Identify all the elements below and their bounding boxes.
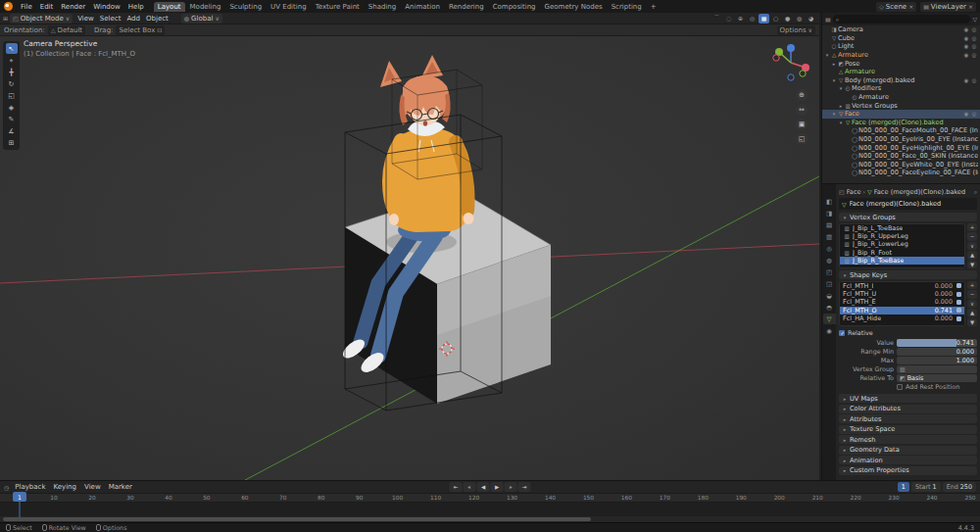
- outliner-row[interactable]: ▾▽Face◉◎: [822, 110, 980, 119]
- timeline-menu-marker[interactable]: Marker: [105, 482, 136, 492]
- outliner-row[interactable]: ▽Cube◉◎: [822, 34, 980, 43]
- menu-render[interactable]: Render: [57, 2, 89, 12]
- outliner-row[interactable]: ◯N00_000_00_EyeWhite_00_EYE (Instance): [822, 161, 980, 169]
- menu-window[interactable]: Window: [89, 2, 124, 12]
- value-slider[interactable]: 0.741: [897, 339, 977, 347]
- outliner-row[interactable]: △Armature: [822, 68, 980, 76]
- vertex-group-move-up-button[interactable]: ▲: [967, 251, 977, 260]
- section-remesh[interactable]: ▸Remesh: [839, 435, 977, 444]
- gizmo-y-neg[interactable]: [800, 71, 806, 76]
- relative-to-field[interactable]: ◩ Basis: [897, 374, 977, 382]
- search-icon[interactable]: ⌕: [974, 188, 977, 196]
- filter-icon[interactable]: ▽: [972, 16, 977, 23]
- outliner-row[interactable]: ◯N00_000_00_EyeHighlight_00_EYE (Instanc…: [822, 143, 980, 152]
- tool-cursor-icon[interactable]: ⌖: [6, 55, 18, 66]
- hide-viewport-eye-icon[interactable]: ◉: [962, 111, 970, 117]
- section-attributes[interactable]: ▸Attributes: [839, 414, 977, 423]
- properties-tab-data[interactable]: ▽: [823, 314, 836, 324]
- shape-key-move-up-button[interactable]: ▲: [967, 309, 977, 317]
- properties-tab-object[interactable]: ◰: [823, 266, 836, 277]
- viewport-menu-view[interactable]: View: [74, 14, 97, 24]
- range-min-field[interactable]: 0.000: [897, 348, 977, 356]
- section-custom-properties[interactable]: ▸Custom Properties: [839, 466, 977, 475]
- section-animation[interactable]: ▸Animation: [839, 456, 977, 464]
- tool-transform-icon[interactable]: ◈: [6, 102, 18, 113]
- pan-icon[interactable]: ⇔: [796, 104, 808, 116]
- breadcrumb-data[interactable]: Face (merged)(Clone).baked: [874, 188, 966, 196]
- workspace-tab-scripting[interactable]: Scripting: [608, 2, 646, 12]
- shape-key-row[interactable]: Fcl_MTH_I0.000: [840, 282, 964, 290]
- vertex-group-row[interactable]: ▥J_Bip_R_ToeBase: [840, 257, 964, 265]
- outliner-row[interactable]: ◯N00_000_00_FaceMouth_00_FACE (Instance): [822, 126, 980, 135]
- gizmo-z-axis[interactable]: [787, 44, 795, 52]
- outliner-row[interactable]: ▸◩Pose: [822, 59, 980, 68]
- vertex-group-row[interactable]: ▥J_Bip_R_UpperLeg: [840, 232, 964, 240]
- shape-key-checkbox[interactable]: [956, 300, 961, 305]
- play-button[interactable]: ▶: [491, 482, 504, 492]
- section-geometry-data[interactable]: ▸Geometry Data: [839, 446, 977, 455]
- gizmos-icon[interactable]: ⊕: [735, 14, 746, 24]
- workspace-tab-compositing[interactable]: Compositing: [489, 2, 540, 12]
- playhead[interactable]: 1: [13, 492, 26, 502]
- shape-key-row[interactable]: Fcl_MTH_U0.000: [840, 290, 964, 298]
- gizmo-x-neg[interactable]: [773, 55, 779, 61]
- workspace-tab-item[interactable]: +: [647, 2, 661, 12]
- timeline-menu-playback[interactable]: Playback: [11, 482, 49, 492]
- section-uv-maps[interactable]: ▸UV Maps: [839, 394, 977, 403]
- shading-solid-icon[interactable]: ●: [782, 14, 793, 24]
- options-dropdown[interactable]: Options ∨: [777, 25, 815, 35]
- properties-tab-tool[interactable]: ◧: [823, 196, 836, 207]
- snap-magnet-icon[interactable]: ⌒: [711, 14, 722, 24]
- disable-render-camera-icon[interactable]: ◎: [970, 26, 978, 32]
- workspace-tab-shading[interactable]: Shading: [365, 2, 400, 12]
- datablock-name-field[interactable]: ▽ Face (merged)(Clone).baked: [839, 198, 977, 210]
- shape-key-specials-button[interactable]: ∨: [967, 300, 977, 309]
- viewport-canvas[interactable]: [0, 36, 819, 480]
- view-layer-remove-icon[interactable]: ×: [968, 3, 973, 10]
- breadcrumb-object[interactable]: Face: [847, 188, 861, 196]
- properties-tab-material[interactable]: ◉: [823, 325, 836, 336]
- outliner-row[interactable]: ◯N00_000_00_Face_00_SKIN (Instance): [822, 152, 980, 161]
- properties-tab-scene[interactable]: ◎: [823, 243, 836, 254]
- workspace-tab-modeling[interactable]: Modeling: [186, 2, 225, 12]
- tool-select-box-icon[interactable]: ↖: [6, 43, 18, 54]
- disable-render-camera-icon[interactable]: ◎: [970, 52, 978, 58]
- play-reverse-button[interactable]: ◀: [477, 482, 490, 492]
- shape-key-row[interactable]: Fcl_MTH_O0.741: [840, 307, 964, 314]
- camera-view-icon[interactable]: ▣: [796, 119, 808, 130]
- menu-help[interactable]: Help: [124, 2, 148, 12]
- outliner-row[interactable]: ◯N00_000_00_FaceEyeline_00_FACE (Instanc…: [822, 169, 980, 177]
- max-field[interactable]: 1.000: [897, 357, 977, 364]
- shading-wireframe-icon[interactable]: ○: [770, 14, 781, 24]
- viewport-menu-object[interactable]: Object: [143, 14, 172, 24]
- shape-key-checkbox[interactable]: [956, 283, 961, 288]
- viewport-menu-select[interactable]: Select: [97, 14, 124, 24]
- workspace-tab-geometry-nodes[interactable]: Geometry Nodes: [541, 2, 607, 12]
- next-keyframe-button[interactable]: »: [505, 482, 517, 492]
- outliner-row[interactable]: ◯N00_000_00_EyeIris_00_EYE (Instance): [822, 135, 980, 144]
- workspace-tab-layout[interactable]: Layout: [154, 2, 185, 12]
- editor-type-icon[interactable]: ▤: [825, 16, 831, 23]
- tool-measure-icon[interactable]: ∡: [6, 125, 18, 136]
- section-color-attributes[interactable]: ▸Color Attributes: [839, 405, 977, 413]
- menu-edit[interactable]: Edit: [36, 2, 58, 12]
- disable-render-camera-icon[interactable]: ◎: [970, 111, 978, 117]
- hide-viewport-eye-icon[interactable]: ◉: [962, 35, 970, 41]
- current-frame-field[interactable]: 1: [898, 482, 909, 492]
- view-layer-selector[interactable]: ▤ ViewLayer ×: [920, 2, 976, 12]
- hide-viewport-eye-icon[interactable]: ◉: [962, 52, 970, 58]
- vertex-group-add-button[interactable]: +: [967, 223, 977, 232]
- relative-checkbox[interactable]: [839, 330, 845, 336]
- properties-tab-physics[interactable]: ◒: [823, 290, 836, 301]
- workspace-tab-texture-paint[interactable]: Texture Paint: [312, 2, 364, 12]
- frame-end-field[interactable]: End 250: [943, 482, 976, 492]
- shading-rendered-icon[interactable]: ◕: [806, 14, 816, 24]
- vertex-group-remove-button[interactable]: −: [967, 232, 977, 241]
- disable-render-camera-icon[interactable]: ◎: [970, 35, 978, 41]
- shape-key-move-down-button[interactable]: ▼: [967, 318, 977, 327]
- jump-to-end-button[interactable]: ⇥: [518, 482, 531, 492]
- drag-dropdown[interactable]: Select Box ⊡: [116, 25, 165, 35]
- navigation-gizmo[interactable]: [769, 41, 812, 86]
- blender-logo-icon[interactable]: [4, 2, 13, 11]
- properties-tab-view-layer[interactable]: ▥: [823, 231, 836, 242]
